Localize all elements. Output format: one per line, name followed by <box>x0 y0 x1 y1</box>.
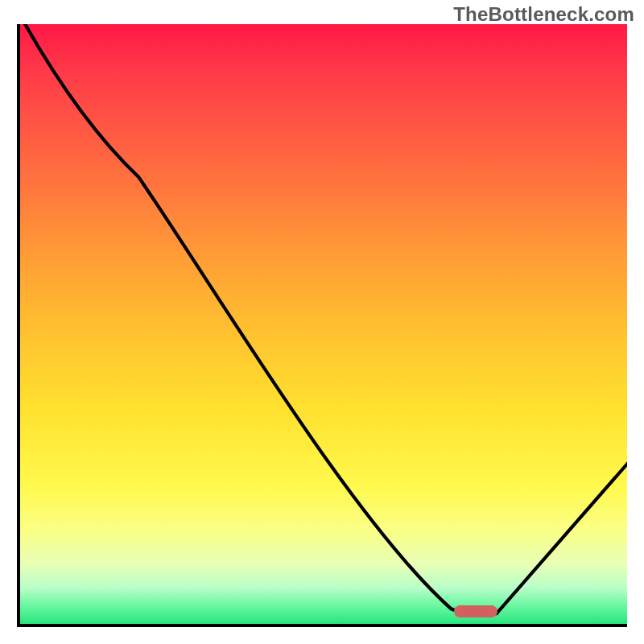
bottleneck-curve-path <box>24 24 627 613</box>
chart-container: TheBottleneck.com <box>0 0 644 644</box>
watermark-text: TheBottleneck.com <box>453 3 634 26</box>
optimal-zone-marker <box>454 605 497 617</box>
curve-overlay <box>20 24 627 624</box>
plot-area <box>17 24 627 627</box>
